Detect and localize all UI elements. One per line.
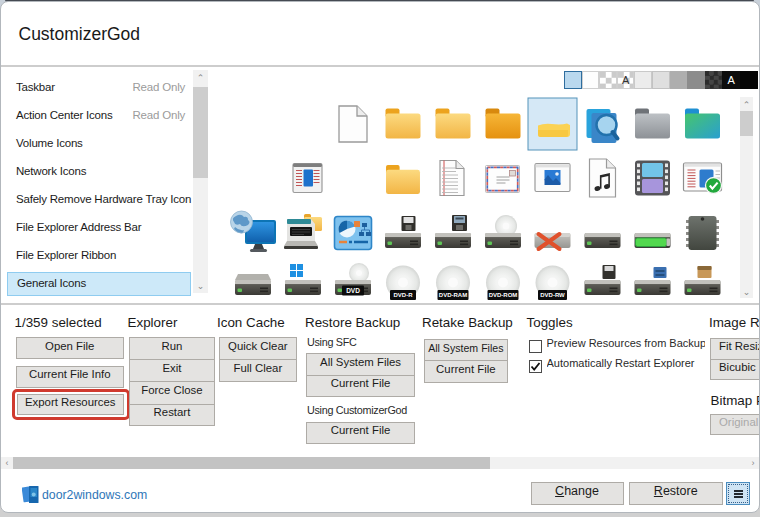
- svg-text:DVD: DVD: [346, 287, 360, 294]
- svg-text:DVD-R: DVD-R: [394, 292, 414, 298]
- svg-text:DVD-RAM: DVD-RAM: [439, 292, 467, 298]
- svg-text:DVD-RW: DVD-RW: [540, 292, 565, 298]
- svg-text:DVD-ROM: DVD-ROM: [489, 292, 518, 298]
